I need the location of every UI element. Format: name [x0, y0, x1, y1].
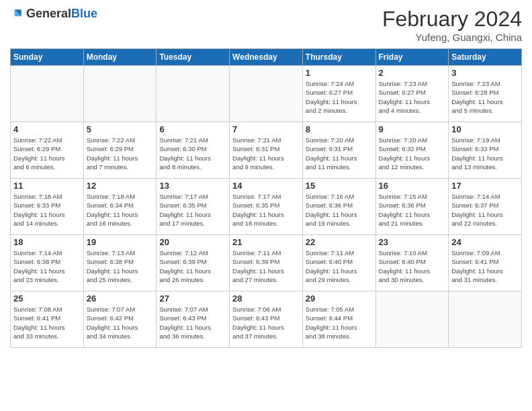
month-year: February 2024 — [382, 7, 522, 32]
day-number: 5 — [87, 124, 154, 134]
day-info: Sunrise: 7:17 AMSunset: 6:35 PMDaylight:… — [232, 192, 300, 228]
day-number: 21 — [232, 237, 300, 247]
day-number: 17 — [451, 181, 519, 191]
calendar-cell — [157, 66, 230, 122]
calendar-cell — [449, 291, 522, 348]
calendar-cell: 19Sunrise: 7:13 AMSunset: 6:38 PMDayligh… — [83, 235, 157, 291]
title-area: February 2024 Yufeng, Guangxi, China — [382, 7, 522, 43]
day-info: Sunrise: 7:06 AMSunset: 6:43 PMDaylight:… — [232, 305, 300, 340]
day-info: Sunrise: 7:08 AMSunset: 6:41 PMDaylight:… — [13, 305, 81, 340]
calendar-week-row: 18Sunrise: 7:14 AMSunset: 6:38 PMDayligh… — [11, 235, 522, 291]
calendar-cell: 18Sunrise: 7:14 AMSunset: 6:38 PMDayligh… — [11, 235, 84, 291]
day-number: 23 — [379, 237, 446, 247]
day-info: Sunrise: 7:10 AMSunset: 6:40 PMDaylight:… — [379, 248, 446, 284]
day-info: Sunrise: 7:15 AMSunset: 6:36 PMDaylight:… — [379, 192, 446, 228]
day-number: 16 — [379, 181, 446, 191]
day-info: Sunrise: 7:14 AMSunset: 6:37 PMDaylight:… — [451, 192, 519, 228]
day-info: Sunrise: 7:07 AMSunset: 6:43 PMDaylight:… — [159, 305, 226, 340]
calendar-cell: 25Sunrise: 7:08 AMSunset: 6:41 PMDayligh… — [11, 291, 84, 348]
logo-icon — [10, 7, 24, 21]
day-number: 24 — [451, 237, 519, 247]
calendar-cell: 4Sunrise: 7:22 AMSunset: 6:29 PMDaylight… — [11, 122, 84, 179]
calendar-page: GeneralBlue February 2024 Yufeng, Guangx… — [0, 0, 532, 411]
day-number: 4 — [13, 124, 81, 134]
calendar-cell: 26Sunrise: 7:07 AMSunset: 6:42 PMDayligh… — [83, 291, 157, 348]
location: Yufeng, Guangxi, China — [382, 32, 522, 43]
logo-general: General — [26, 7, 71, 20]
calendar-cell: 13Sunrise: 7:17 AMSunset: 6:35 PMDayligh… — [157, 179, 230, 235]
calendar-cell: 24Sunrise: 7:09 AMSunset: 6:41 PMDayligh… — [449, 235, 522, 291]
weekday-header-thursday: Thursday — [302, 49, 375, 66]
header: GeneralBlue February 2024 Yufeng, Guangx… — [10, 7, 522, 43]
day-info: Sunrise: 7:16 AMSunset: 6:36 PMDaylight:… — [306, 192, 373, 228]
day-info: Sunrise: 7:17 AMSunset: 6:35 PMDaylight:… — [159, 192, 226, 228]
calendar-cell — [375, 291, 449, 348]
day-number: 29 — [306, 293, 373, 304]
day-info: Sunrise: 7:12 AMSunset: 6:39 PMDaylight:… — [159, 248, 226, 284]
weekday-header-tuesday: Tuesday — [157, 49, 230, 66]
calendar-cell: 23Sunrise: 7:10 AMSunset: 6:40 PMDayligh… — [375, 235, 449, 291]
weekday-header-monday: Monday — [83, 49, 157, 66]
calendar-cell: 28Sunrise: 7:06 AMSunset: 6:43 PMDayligh… — [230, 291, 303, 348]
day-number: 9 — [379, 124, 446, 134]
calendar-cell: 3Sunrise: 7:23 AMSunset: 6:28 PMDaylight… — [449, 66, 522, 122]
calendar-week-row: 1Sunrise: 7:24 AMSunset: 6:27 PMDaylight… — [11, 66, 522, 122]
day-number: 15 — [306, 181, 373, 191]
weekday-header-sunday: Sunday — [11, 49, 84, 66]
logo-blue: Blue — [71, 7, 97, 20]
calendar-cell: 1Sunrise: 7:24 AMSunset: 6:27 PMDaylight… — [302, 66, 375, 122]
calendar-cell: 8Sunrise: 7:20 AMSunset: 6:31 PMDaylight… — [302, 122, 375, 179]
calendar-cell: 11Sunrise: 7:18 AMSunset: 6:33 PMDayligh… — [11, 179, 84, 235]
day-info: Sunrise: 7:21 AMSunset: 6:30 PMDaylight:… — [159, 136, 226, 171]
calendar-cell — [230, 66, 303, 122]
day-number: 1 — [306, 68, 373, 78]
day-info: Sunrise: 7:22 AMSunset: 6:29 PMDaylight:… — [87, 136, 154, 171]
calendar-cell: 7Sunrise: 7:21 AMSunset: 6:31 PMDaylight… — [230, 122, 303, 179]
day-info: Sunrise: 7:11 AMSunset: 6:40 PMDaylight:… — [306, 248, 373, 284]
day-info: Sunrise: 7:23 AMSunset: 6:27 PMDaylight:… — [379, 79, 446, 115]
calendar-cell: 20Sunrise: 7:12 AMSunset: 6:39 PMDayligh… — [157, 235, 230, 291]
calendar-cell: 21Sunrise: 7:11 AMSunset: 6:39 PMDayligh… — [230, 235, 303, 291]
logo: GeneralBlue — [10, 7, 97, 21]
day-number: 3 — [451, 68, 519, 78]
calendar-cell: 5Sunrise: 7:22 AMSunset: 6:29 PMDaylight… — [83, 122, 157, 179]
day-number: 10 — [451, 124, 519, 134]
calendar-cell — [83, 66, 157, 122]
day-info: Sunrise: 7:13 AMSunset: 6:38 PMDaylight:… — [87, 248, 154, 284]
day-info: Sunrise: 7:07 AMSunset: 6:42 PMDaylight:… — [87, 305, 154, 340]
day-info: Sunrise: 7:18 AMSunset: 6:34 PMDaylight:… — [87, 192, 154, 228]
calendar-cell — [11, 66, 84, 122]
calendar-cell: 2Sunrise: 7:23 AMSunset: 6:27 PMDaylight… — [375, 66, 449, 122]
calendar-cell: 22Sunrise: 7:11 AMSunset: 6:40 PMDayligh… — [302, 235, 375, 291]
weekday-header-wednesday: Wednesday — [230, 49, 303, 66]
weekday-header-saturday: Saturday — [449, 49, 522, 66]
logo-text: GeneralBlue — [26, 7, 97, 21]
day-number: 26 — [87, 293, 154, 304]
day-number: 8 — [306, 124, 373, 134]
day-info: Sunrise: 7:05 AMSunset: 6:44 PMDaylight:… — [306, 305, 373, 340]
weekday-header-friday: Friday — [375, 49, 449, 66]
day-info: Sunrise: 7:24 AMSunset: 6:27 PMDaylight:… — [306, 79, 373, 115]
day-number: 12 — [87, 181, 154, 191]
weekday-header-row: SundayMondayTuesdayWednesdayThursdayFrid… — [11, 49, 522, 66]
calendar-cell: 12Sunrise: 7:18 AMSunset: 6:34 PMDayligh… — [83, 179, 157, 235]
day-number: 18 — [13, 237, 81, 247]
day-number: 20 — [159, 237, 226, 247]
calendar-week-row: 4Sunrise: 7:22 AMSunset: 6:29 PMDaylight… — [11, 122, 522, 179]
day-number: 13 — [159, 181, 226, 191]
calendar-cell: 15Sunrise: 7:16 AMSunset: 6:36 PMDayligh… — [302, 179, 375, 235]
calendar-cell: 14Sunrise: 7:17 AMSunset: 6:35 PMDayligh… — [230, 179, 303, 235]
day-info: Sunrise: 7:11 AMSunset: 6:39 PMDaylight:… — [232, 248, 300, 284]
day-info: Sunrise: 7:20 AMSunset: 6:32 PMDaylight:… — [379, 136, 446, 171]
calendar-cell: 6Sunrise: 7:21 AMSunset: 6:30 PMDaylight… — [157, 122, 230, 179]
day-number: 19 — [87, 237, 154, 247]
day-number: 11 — [13, 181, 81, 191]
day-info: Sunrise: 7:23 AMSunset: 6:28 PMDaylight:… — [451, 79, 519, 115]
calendar-table: SundayMondayTuesdayWednesdayThursdayFrid… — [10, 48, 522, 348]
day-number: 6 — [159, 124, 226, 134]
day-info: Sunrise: 7:14 AMSunset: 6:38 PMDaylight:… — [13, 248, 81, 284]
calendar-week-row: 25Sunrise: 7:08 AMSunset: 6:41 PMDayligh… — [11, 291, 522, 348]
day-info: Sunrise: 7:19 AMSunset: 6:33 PMDaylight:… — [451, 136, 519, 171]
day-number: 27 — [159, 293, 226, 304]
calendar-cell: 17Sunrise: 7:14 AMSunset: 6:37 PMDayligh… — [449, 179, 522, 235]
